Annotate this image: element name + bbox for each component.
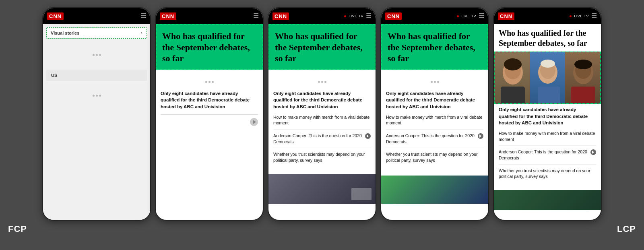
- article-body-3: Only eight candidates have already quali…: [268, 70, 376, 174]
- main-article-3[interactable]: Only eight candidates have already quali…: [273, 90, 371, 110]
- hamburger-icon-3[interactable]: ☰: [366, 13, 372, 19]
- hamburger-icon-2[interactable]: ☰: [253, 13, 259, 19]
- phone4-content: Who has qualified for the September deba…: [381, 24, 488, 220]
- link-3-2[interactable]: Anderson Cooper: This is the question fo…: [273, 133, 371, 148]
- live-tv-text-5: LIVE TV: [574, 14, 589, 18]
- phone-wrapper-1: CNN ☰ Visual stories › US: [42, 7, 151, 221]
- phones-container: CNN ☰ Visual stories › US: [0, 0, 644, 221]
- phone-wrapper-2: CNN ☰ Who has qualified for the Septembe…: [155, 7, 264, 221]
- link-5-2-text: Anderson Cooper: This is the question fo…: [499, 149, 589, 161]
- link-5-2[interactable]: Anderson Cooper: This is the question fo…: [499, 149, 596, 164]
- link-4-3[interactable]: Whether you trust scientists may depend …: [386, 151, 483, 166]
- faces-image-5: [494, 52, 601, 104]
- ph2-dot-3: [437, 81, 439, 83]
- ph-dot-3: [324, 81, 326, 83]
- bottom-image-4: [381, 176, 488, 204]
- phone-wrapper-5: CNN LIVE TV ☰ Who has qualified for the …: [493, 7, 602, 221]
- phone-5: CNN LIVE TV ☰ Who has qualified for the …: [493, 7, 602, 221]
- phone-3: CNN LIVE TV ☰ Who has qualified for the …: [268, 7, 376, 221]
- video-thumb-3: [268, 174, 376, 204]
- article-body-5: Only eight candidates have already quali…: [494, 104, 601, 188]
- live-tv-text-3: LIVE TV: [349, 14, 363, 18]
- cnn-header-3: CNN LIVE TV ☰: [268, 8, 376, 24]
- svg-rect-2: [501, 87, 525, 103]
- link-3-3[interactable]: Whether you trust scientists may depend …: [273, 151, 371, 166]
- secondary-links-5: How to make money with merch from a vira…: [499, 130, 596, 183]
- phone1-content: Visual stories › US: [43, 24, 150, 220]
- visual-stories-bar[interactable]: Visual stories ›: [46, 27, 147, 39]
- fcp-label: FCP: [8, 224, 27, 234]
- cnn-logo-5: CNN: [498, 12, 514, 20]
- bottom-image-5: [494, 190, 601, 210]
- cnn-logo-2: CNN: [160, 12, 176, 20]
- dot-1: [93, 54, 95, 56]
- placeholder-dot-2: [208, 81, 211, 83]
- live-tv-text-4: LIVE TV: [461, 14, 476, 18]
- svg-point-7: [541, 60, 555, 68]
- phone-2: CNN ☰ Who has qualified for the Septembe…: [155, 7, 264, 221]
- play-icon-3: [365, 133, 371, 139]
- link-4-3-text: Whether you trust scientists may depend …: [386, 151, 483, 163]
- phone-wrapper-3: CNN LIVE TV ☰ Who has qualified for the …: [268, 7, 376, 221]
- dot-3: [99, 54, 101, 56]
- live-dot-4: [457, 15, 459, 17]
- faces-row-5: [495, 52, 600, 103]
- live-dot-3: [344, 15, 346, 17]
- main-article-4[interactable]: Only eight candidates have already quali…: [386, 90, 483, 110]
- face-cory: [565, 52, 600, 103]
- hamburger-icon-1[interactable]: ☰: [140, 13, 146, 19]
- phone5-content: Who has qualified for the September deba…: [494, 24, 601, 220]
- main-article-5[interactable]: Only eight candidates have already quali…: [499, 106, 596, 126]
- ph-dot-1: [318, 81, 320, 83]
- link-4-2[interactable]: Anderson Cooper: This is the question fo…: [386, 133, 483, 148]
- visual-stories-label: Visual stories: [51, 31, 79, 35]
- link-3-2-text: Anderson Cooper: This is the question fo…: [273, 133, 363, 145]
- live-dot-5: [570, 15, 572, 17]
- headline-block-2: Who has qualified for the September deba…: [156, 24, 263, 70]
- link-5-3[interactable]: Whether you trust scientists may depend …: [499, 168, 596, 183]
- ph2-dot-1: [431, 81, 433, 83]
- secondary-links-4: How to make money with merch from a vira…: [386, 114, 483, 167]
- loading-dots-1: [43, 42, 150, 68]
- video-overlay-3: [351, 188, 372, 200]
- article-body-4: Only eight candidates have already quali…: [381, 70, 488, 174]
- face-kamala: [495, 52, 530, 103]
- phone2-content: Who has qualified for the September deba…: [156, 24, 263, 220]
- hamburger-icon-4[interactable]: ☰: [479, 13, 484, 19]
- link-5-1[interactable]: How to make money with merch from a vira…: [499, 130, 596, 146]
- dot-2: [96, 54, 98, 56]
- link-4-2-text: Anderson Cooper: This is the question fo…: [386, 133, 476, 145]
- kamala-silhouette: [495, 52, 530, 103]
- dot-4: [93, 95, 95, 97]
- hamburger-icon-5[interactable]: ☰: [591, 13, 597, 19]
- content-placeholder-3: [273, 74, 371, 90]
- link-3-1[interactable]: How to make money with merch from a vira…: [273, 114, 371, 130]
- chevron-right-icon: ›: [141, 30, 142, 36]
- svg-point-3: [504, 58, 522, 70]
- main-article-2[interactable]: Only eight candidates have already quali…: [161, 90, 258, 110]
- link-4-1[interactable]: How to make money with merch from a vira…: [386, 114, 483, 130]
- cnn-logo-4: CNN: [385, 12, 402, 20]
- play-button-2[interactable]: [250, 118, 258, 126]
- biden-silhouette: [530, 52, 565, 103]
- link-3-3-text: Whether you trust scientists may depend …: [273, 151, 371, 163]
- headline-text-4: Who has qualified for the September deba…: [388, 31, 482, 64]
- headline-text-3: Who has qualified for the September deba…: [275, 31, 369, 64]
- cnn-header-5: CNN LIVE TV ☰: [494, 8, 601, 24]
- placeholder-dot-3: [212, 81, 214, 83]
- content-placeholder-4: [386, 74, 483, 90]
- headline-wrapper-5: Who has qualified for the September deba…: [494, 24, 601, 52]
- header-right-5: LIVE TV ☰: [570, 13, 597, 19]
- link-3-1-text: How to make money with merch from a vira…: [273, 114, 371, 126]
- header-right-4: LIVE TV ☰: [457, 13, 484, 19]
- cnn-logo-3: CNN: [272, 12, 289, 20]
- lcp-label: LCP: [617, 224, 636, 234]
- svg-rect-6: [538, 87, 560, 103]
- face-biden: [530, 52, 565, 103]
- cnn-header-4: CNN LIVE TV ☰: [381, 8, 488, 24]
- loading-dots-2: [43, 83, 150, 109]
- svg-point-11: [574, 60, 592, 69]
- cnn-logo-1: CNN: [47, 12, 64, 20]
- divider-2: [161, 114, 258, 115]
- link-5-3-text: Whether you trust scientists may depend …: [499, 168, 596, 180]
